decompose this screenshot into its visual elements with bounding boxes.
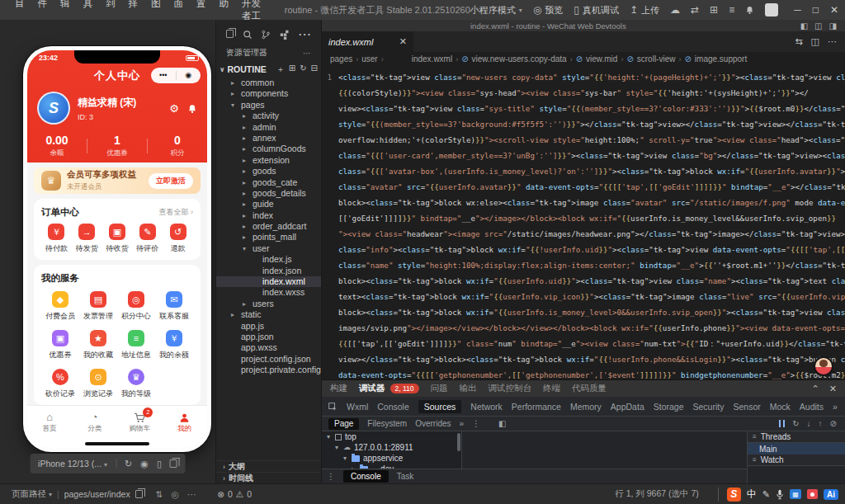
- preview-button[interactable]: ◎预览: [533, 4, 563, 16]
- panel-tab-debug-console[interactable]: 调试控制台: [489, 383, 532, 394]
- compare-icon[interactable]: ⇆: [795, 36, 802, 47]
- sources-tab-filesystem[interactable]: Filesystem: [367, 419, 407, 428]
- panel-tab-debugger[interactable]: 调试器: [359, 383, 385, 394]
- order-refund[interactable]: ↺ 退款: [163, 224, 193, 254]
- code-editor[interactable]: 1<class="tk-tag">view class="new-users c…: [322, 66, 845, 379]
- tab-cart[interactable]: 2 购物车: [117, 412, 163, 434]
- watch-header[interactable]: ≡Watch: [748, 455, 845, 466]
- view-all-link[interactable]: 查看全部 ›: [159, 207, 194, 218]
- capsule-more-icon[interactable]: •••: [151, 68, 176, 83]
- tree-item[interactable]: app.js: [216, 321, 321, 332]
- service-browse-history[interactable]: ⊙ 浏览记录: [79, 369, 117, 399]
- drawer-tab-task[interactable]: Task: [397, 472, 414, 481]
- tree-item[interactable]: columnGoods: [216, 144, 321, 154]
- window-close-button[interactable]: ✕: [830, 4, 838, 16]
- sources-tab-page[interactable]: Page: [328, 418, 359, 430]
- pause-icon[interactable]: [779, 420, 785, 427]
- tree-item[interactable]: static: [216, 309, 321, 320]
- inspect-icon[interactable]: [328, 401, 338, 412]
- devtools-tab-storage[interactable]: Storage: [654, 402, 684, 412]
- panel-tab-terminal[interactable]: 终端: [543, 383, 560, 394]
- tree-item[interactable]: project.config.json: [216, 354, 321, 365]
- split-editor-icon[interactable]: ◫: [811, 36, 819, 47]
- sources-overflow-icon[interactable]: »: [460, 419, 465, 428]
- tab-home[interactable]: ⌂ 首页: [27, 412, 73, 434]
- refresh-icon[interactable]: ↻: [300, 64, 306, 75]
- problems-summary[interactable]: ⊗0 ⚠0: [217, 489, 252, 499]
- tree-item[interactable]: extension: [216, 155, 321, 166]
- sogou-logo-icon[interactable]: S: [727, 488, 741, 502]
- device-frame-icon[interactable]: ▯: [157, 459, 162, 469]
- devtools-tab-audits[interactable]: Audits: [800, 402, 824, 412]
- devtools-tab-mock[interactable]: Mock: [770, 402, 791, 412]
- rotate-icon[interactable]: ↻: [125, 459, 132, 469]
- tree-item-selected[interactable]: index.wxml: [216, 276, 321, 287]
- order-pending-payment[interactable]: ￥ 待付款: [41, 224, 72, 254]
- source-tree-host[interactable]: ▾☁127.0.0.1:28911: [322, 442, 461, 453]
- service-balance[interactable]: ￥ 我的余额: [155, 330, 193, 360]
- record-icon[interactable]: ◉: [140, 459, 149, 469]
- tree-item[interactable]: user: [216, 243, 321, 254]
- threads-header[interactable]: ≡Threads: [748, 431, 845, 443]
- stat-balance[interactable]: 0.00 余额: [27, 134, 87, 158]
- tree-item[interactable]: index.js: [216, 254, 321, 265]
- remote-debug-button[interactable]: ▯真机调试: [574, 4, 619, 16]
- toolbox-icon[interactable]: [807, 489, 818, 499]
- cloud-icon[interactable]: ☁: [670, 4, 680, 16]
- source-control-icon[interactable]: [261, 26, 271, 41]
- deactivate-breakpoints-icon[interactable]: ⊘: [830, 419, 837, 428]
- new-folder-icon[interactable]: ⊞: [289, 64, 295, 75]
- tab-profile[interactable]: 我的: [163, 412, 208, 434]
- user-card[interactable]: S 精益求精 (宋) ID: 3 ⚙: [27, 87, 207, 130]
- grid-icon[interactable]: ⊞: [710, 4, 718, 16]
- page-path-selector[interactable]: 页面路径 ▾: [12, 488, 52, 500]
- tree-item[interactable]: components: [216, 88, 321, 99]
- hamburger-icon[interactable]: ≡: [729, 4, 734, 16]
- new-file-icon[interactable]: ＋: [276, 64, 285, 75]
- service-paid-member[interactable]: ◆ 付费会员: [41, 291, 79, 322]
- devtools-tab-security[interactable]: Security: [693, 402, 725, 412]
- step-over-icon[interactable]: ↻: [792, 419, 799, 428]
- bell-icon[interactable]: [745, 4, 754, 16]
- tree-item[interactable]: annex: [216, 133, 321, 144]
- search-icon[interactable]: [243, 26, 253, 41]
- order-pending-receipt[interactable]: ▣ 待收货: [102, 224, 133, 254]
- ime-language-toggle[interactable]: 中: [747, 488, 757, 502]
- service-invoices[interactable]: ▤ 发票管理: [79, 291, 117, 322]
- devtools-tab-sensor[interactable]: Sensor: [733, 402, 760, 412]
- panel-close-icon[interactable]: ✕: [829, 384, 837, 394]
- member-banner[interactable]: ♛ 会员可享多项权益 未开通会员 立即激活: [34, 167, 201, 194]
- service-my-level[interactable]: ♛ 我的等级: [117, 369, 155, 399]
- tree-item[interactable]: order_addcart: [216, 221, 321, 232]
- window-maximize-button[interactable]: □: [813, 4, 819, 16]
- service-coupons[interactable]: ▣ 优惠券: [41, 330, 79, 360]
- layout-sidebar-icon[interactable]: ◧: [800, 21, 808, 31]
- user-avatar-logo[interactable]: S: [37, 92, 70, 125]
- editor-more-icon[interactable]: ⋯: [828, 36, 837, 47]
- service-addresses[interactable]: ≡ 地址信息: [117, 330, 155, 360]
- order-pending-review[interactable]: ✎ 待评价: [132, 224, 163, 254]
- stat-points[interactable]: 0 积分: [148, 134, 207, 158]
- tree-item[interactable]: app.wxss: [216, 342, 321, 353]
- tree-item[interactable]: goods_cate: [216, 177, 321, 188]
- gear-icon[interactable]: ⚙: [169, 102, 179, 115]
- navigator-toggle-icon[interactable]: ◧: [498, 419, 506, 428]
- pen-icon[interactable]: ✎: [762, 489, 770, 500]
- step-out-icon[interactable]: ↑: [819, 419, 823, 428]
- capsule-menu[interactable]: ••• ◉: [151, 68, 201, 83]
- status-more-icon[interactable]: ⋯: [187, 489, 196, 499]
- explorer-more-icon[interactable]: ⋯: [303, 49, 311, 58]
- panel-tab-output[interactable]: 输出: [460, 383, 477, 394]
- tree-item[interactable]: pages: [216, 100, 321, 111]
- copy-path-icon[interactable]: [135, 490, 143, 498]
- tree-item[interactable]: index.json: [216, 266, 321, 276]
- source-tree-appservice[interactable]: ▾appservice: [322, 453, 461, 464]
- tree-item[interactable]: activity: [216, 111, 321, 121]
- devtools-tab-performance[interactable]: Performance: [512, 402, 561, 412]
- tree-item[interactable]: common: [216, 78, 321, 88]
- devtools-tab-console[interactable]: Console: [377, 402, 409, 412]
- breadcrumb[interactable]: pages› user› index.wxml› ⊘view.new-users…: [322, 52, 845, 66]
- panel-tab-code-quality[interactable]: 代码质量: [572, 383, 607, 394]
- devtools-tab-appdata[interactable]: AppData: [611, 402, 644, 412]
- device-selector[interactable]: iPhone 12/13 (... ▾: [38, 459, 107, 469]
